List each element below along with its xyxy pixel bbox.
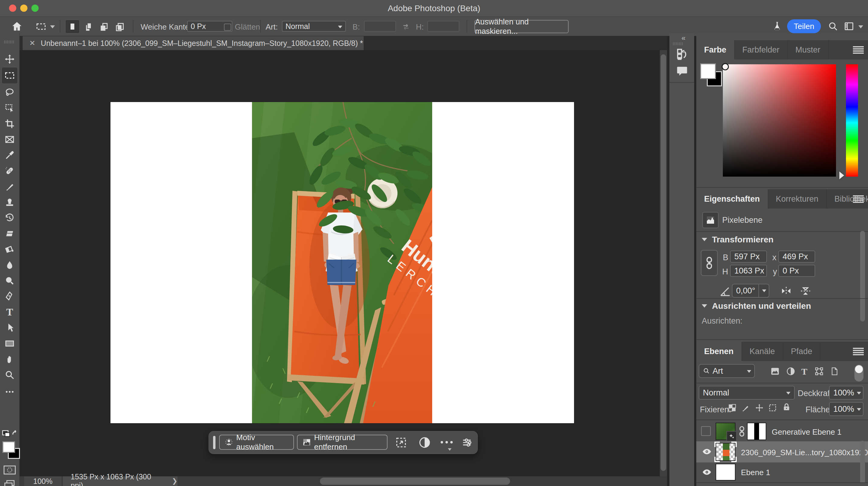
tab-kanaele[interactable]: Kanäle: [742, 342, 783, 361]
lock-artboard-icon[interactable]: [768, 403, 777, 414]
mask-link-icon[interactable]: [739, 426, 745, 438]
selection-mode-add-button[interactable]: [84, 22, 94, 33]
quick-mask-icon[interactable]: [4, 465, 16, 476]
selection-mode-subtract-button[interactable]: [99, 22, 109, 33]
transform-y-input[interactable]: 0 Px: [778, 265, 815, 277]
foreground-color-swatch[interactable]: [2, 441, 15, 453]
canvas-vertical-scrollbar-thumb[interactable]: [661, 54, 666, 471]
edit-toolbar-icon[interactable]: [4, 386, 16, 398]
align-section-chevron-icon[interactable]: [702, 304, 707, 308]
brush-tool[interactable]: [4, 181, 16, 192]
tab-pfade[interactable]: Pfade: [783, 342, 820, 361]
style-select[interactable]: Normal: [282, 21, 346, 32]
layer-row-selected[interactable]: 2306_099_SM-Lie...tory_1080x1920: [696, 441, 868, 462]
select-and-mask-button[interactable]: Auswählen und maskieren...: [474, 20, 568, 33]
lock-position-icon[interactable]: [755, 403, 764, 414]
healing-brush-tool[interactable]: [4, 165, 16, 177]
status-expand-icon[interactable]: ❯: [172, 477, 178, 485]
taskbar-adjustment-icon[interactable]: [419, 437, 430, 450]
crop-tool[interactable]: [4, 118, 16, 130]
lasso-tool[interactable]: [4, 86, 16, 98]
canvas-horizontal-scrollbar-thumb[interactable]: [320, 478, 510, 485]
history-panel-icon[interactable]: [676, 48, 689, 62]
layer-row-background[interactable]: Ebene 1: [696, 462, 868, 482]
tab-farbfelder[interactable]: Farbfelder: [735, 40, 788, 59]
layer-name[interactable]: Ebene 1: [741, 468, 770, 477]
rectangular-marquee-tool[interactable]: [1, 67, 18, 84]
close-tab-icon[interactable]: ✕: [29, 39, 35, 48]
tab-eigenschaften[interactable]: Eigenschaften: [696, 189, 768, 209]
workspace-icon[interactable]: [844, 21, 854, 33]
layer-filter-select[interactable]: Art: [699, 364, 755, 378]
filter-smart-objects-icon[interactable]: [830, 367, 839, 377]
object-selection-tool[interactable]: [4, 102, 16, 114]
select-subject-button[interactable]: Motiv auswählen: [219, 435, 294, 450]
layer-name[interactable]: 2306_099_SM-Lie...tory_1080x1920: [741, 448, 868, 457]
document-canvas[interactable]: Hunde LERCHE: [111, 102, 574, 423]
comments-panel-icon[interactable]: [676, 64, 689, 79]
zoom-level-field[interactable]: 100%: [24, 476, 62, 486]
transform-x-input[interactable]: 469 Px: [778, 250, 815, 263]
filter-shape-layers-icon[interactable]: [814, 367, 824, 377]
selection-mode-intersect-button[interactable]: [115, 22, 125, 33]
flip-horizontal-icon[interactable]: [780, 285, 792, 298]
hue-slider[interactable]: [846, 64, 858, 177]
history-brush-tool[interactable]: [4, 212, 16, 224]
shape-tool[interactable]: [4, 337, 16, 350]
dodge-tool[interactable]: [4, 275, 16, 287]
layer-thumbnail-white[interactable]: [716, 464, 736, 481]
flip-vertical-icon[interactable]: [800, 285, 812, 298]
antialias-checkbox[interactable]: [224, 24, 231, 31]
marquee-tool-preset-icon[interactable]: [36, 21, 46, 33]
lock-transparency-icon[interactable]: [728, 403, 737, 414]
lock-all-icon[interactable]: [782, 403, 791, 413]
filter-adjustment-layers-icon[interactable]: [786, 367, 795, 377]
tab-muster[interactable]: Muster: [788, 40, 829, 59]
blend-mode-select[interactable]: Normal: [699, 386, 795, 400]
canvas-vertical-scrollbar[interactable]: [660, 50, 667, 476]
search-icon[interactable]: [828, 21, 838, 33]
move-tool[interactable]: [4, 53, 16, 65]
filter-toggle-switch[interactable]: [855, 365, 864, 382]
layer-visibility-eye-icon[interactable]: [702, 448, 711, 455]
document-dimensions-field[interactable]: 1535 Px x 1063 Px (300 ppi) ❯: [63, 476, 178, 486]
properties-panel-menu-icon[interactable]: [853, 195, 864, 203]
layer-thumbnail-photo[interactable]: [716, 443, 736, 461]
filter-type-layers-icon[interactable]: T: [801, 366, 807, 377]
frame-tool[interactable]: [4, 133, 16, 146]
share-button[interactable]: Teilen: [787, 19, 821, 33]
toolbar-grip[interactable]: [4, 40, 14, 43]
gradient-tool[interactable]: [4, 243, 16, 255]
tab-ebenen[interactable]: Ebenen: [696, 342, 742, 361]
screen-mode-icon[interactable]: [4, 479, 16, 486]
eyedropper-tool[interactable]: [4, 149, 16, 161]
transform-section-chevron-icon[interactable]: [702, 238, 707, 241]
tool-preset-caret-icon[interactable]: [50, 25, 55, 28]
transform-height-input[interactable]: 1063 Px: [730, 265, 767, 277]
path-selection-tool[interactable]: [4, 322, 16, 334]
strip-grip[interactable]: [673, 42, 683, 45]
eraser-tool[interactable]: [4, 227, 16, 240]
selection-mode-new-button[interactable]: [65, 20, 80, 33]
tab-korrekturen[interactable]: Korrekturen: [768, 189, 827, 209]
layer-thumbnail-generative[interactable]: [716, 423, 736, 440]
opacity-input[interactable]: 100%: [829, 386, 864, 400]
layers-panel-menu-icon[interactable]: [853, 348, 864, 356]
properties-scrollbar-thumb[interactable]: [860, 231, 865, 322]
lock-pixels-icon[interactable]: [741, 403, 750, 414]
expand-panels-control[interactable]: «: [681, 34, 685, 42]
workspace-caret-icon[interactable]: [858, 25, 863, 28]
layer-name[interactable]: Generative Ebene 1: [772, 427, 841, 437]
home-icon[interactable]: [11, 21, 23, 34]
link-dimensions-button[interactable]: [701, 250, 718, 276]
color-field[interactable]: [723, 64, 836, 177]
layers-scrollbar-thumb[interactable]: [860, 441, 865, 486]
beta-flask-icon[interactable]: [771, 21, 783, 33]
rotate-angle-select[interactable]: 0,00°: [732, 284, 769, 298]
taskbar-drag-handle[interactable]: [213, 436, 216, 449]
taskbar-settings-icon[interactable]: [461, 437, 473, 450]
remove-background-button[interactable]: Hintergrund entfernen: [297, 435, 388, 450]
hue-slider-pointer[interactable]: [839, 172, 844, 179]
foreground-background-swatches[interactable]: [2, 441, 19, 461]
blur-tool[interactable]: [4, 259, 16, 271]
